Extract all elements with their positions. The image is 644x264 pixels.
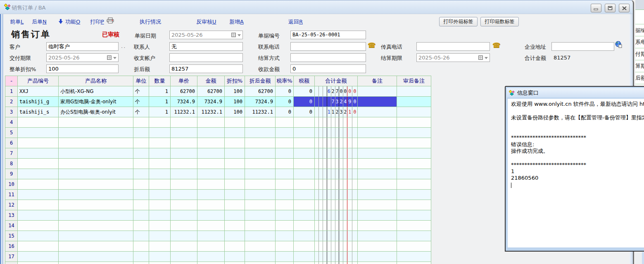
column-header-remark[interactable]: 备注 xyxy=(358,76,397,86)
column-header-tax[interactable]: 税额 xyxy=(294,76,315,86)
cell-total[interactable]: 1123210 xyxy=(315,107,358,117)
cell-tax[interactable] xyxy=(294,200,315,210)
cell-unit[interactable] xyxy=(133,190,149,200)
cell-total[interactable] xyxy=(315,169,358,179)
cell-name[interactable] xyxy=(59,200,133,210)
menu-item-8[interactable]: 返回R xyxy=(288,18,303,26)
cell-unit[interactable]: 个 xyxy=(133,107,149,117)
message-window-titlebar[interactable]: 信息窗口 xyxy=(507,88,644,98)
cell-amount[interactable] xyxy=(197,138,225,148)
cell-unit[interactable] xyxy=(133,231,149,241)
cell-qty[interactable]: 1 xyxy=(149,86,171,97)
cell-price[interactable] xyxy=(171,210,197,221)
cell-unit[interactable] xyxy=(133,117,149,128)
cell-tax_rate[interactable]: 0 xyxy=(276,97,294,107)
bill_date-field[interactable]: 2025-05-26 xyxy=(169,31,243,39)
cell-tax[interactable]: 0 xyxy=(294,107,315,117)
cell-name[interactable] xyxy=(59,210,133,221)
menu-item-3[interactable]: 功能O xyxy=(59,18,80,26)
cell-audit_remark[interactable] xyxy=(397,97,431,107)
cell-price[interactable] xyxy=(171,128,197,138)
cell-tax[interactable] xyxy=(294,231,315,241)
cell-price[interactable]: 7324.9 xyxy=(171,97,197,107)
column-header-unit[interactable]: 单位 xyxy=(133,76,149,86)
cell-total[interactable] xyxy=(315,252,358,262)
cell-discount[interactable] xyxy=(225,252,245,262)
cell-discount[interactable] xyxy=(225,241,245,252)
cell-discount[interactable]: 100 xyxy=(225,107,245,117)
cell-discount[interactable] xyxy=(225,179,245,190)
cell-qty[interactable]: 1 xyxy=(149,97,171,107)
cell-no[interactable]: 3 xyxy=(5,107,18,117)
cell-qty[interactable] xyxy=(149,241,171,252)
cell-discount[interactable] xyxy=(225,262,245,264)
cell-discount[interactable] xyxy=(225,148,245,159)
cell-unit[interactable] xyxy=(133,148,149,159)
customer-field[interactable]: 临时客户 xyxy=(46,42,119,51)
cell-amount[interactable] xyxy=(197,262,225,264)
cell-tax[interactable]: 0 xyxy=(294,86,315,97)
cell-total[interactable] xyxy=(315,241,358,252)
discount_pct-field[interactable]: 100 xyxy=(46,64,119,73)
account-field[interactable] xyxy=(169,53,243,62)
cell-price[interactable] xyxy=(171,241,197,252)
cell-discounted[interactable]: 62700 xyxy=(245,86,276,97)
cell-no[interactable]: 1 xyxy=(5,86,18,97)
cell-price[interactable] xyxy=(171,190,197,200)
print-box-count-label-button[interactable]: 打印箱数标签 xyxy=(480,17,519,26)
cell-qty[interactable] xyxy=(149,252,171,262)
cell-code[interactable] xyxy=(18,148,59,159)
cell-audit_remark[interactable] xyxy=(397,107,431,117)
cell-price[interactable] xyxy=(171,179,197,190)
cell-discounted[interactable] xyxy=(245,231,276,241)
cell-no[interactable]: 15 xyxy=(5,231,18,241)
cell-discounted[interactable] xyxy=(245,148,276,159)
cell-discounted[interactable] xyxy=(245,138,276,148)
cell-discounted[interactable] xyxy=(245,262,276,264)
cell-amount[interactable] xyxy=(197,117,225,128)
received_amount-field[interactable]: 0 xyxy=(290,64,366,73)
calendar-icon[interactable] xyxy=(107,55,112,60)
cell-total[interactable] xyxy=(315,148,358,159)
doc_no-field[interactable]: BA-25-05-26-0001 xyxy=(290,31,366,39)
cell-total[interactable]: 6270000 xyxy=(315,86,358,97)
cell-discount[interactable]: 100 xyxy=(225,86,245,97)
cell-name[interactable] xyxy=(59,138,133,148)
cell-tax_rate[interactable] xyxy=(276,148,294,159)
cell-remark[interactable] xyxy=(358,138,397,148)
cell-unit[interactable] xyxy=(133,169,149,179)
cell-discounted[interactable] xyxy=(245,252,276,262)
cell-unit[interactable] xyxy=(133,252,149,262)
cell-remark[interactable] xyxy=(358,241,397,252)
cell-price[interactable] xyxy=(171,169,197,179)
menu-item-1[interactable]: 前单L xyxy=(10,18,24,26)
menu-item-4[interactable]: 打印P xyxy=(90,18,104,26)
cell-unit[interactable] xyxy=(133,210,149,221)
cell-code[interactable] xyxy=(18,241,59,252)
cell-qty[interactable] xyxy=(149,138,171,148)
cell-price[interactable] xyxy=(171,262,197,264)
cell-discount[interactable] xyxy=(225,169,245,179)
cell-name[interactable]: 小型机-XG-NG xyxy=(59,86,133,97)
cell-unit[interactable]: 个 xyxy=(133,97,149,107)
cell-tax[interactable] xyxy=(294,117,315,128)
cell-qty[interactable] xyxy=(149,128,171,138)
cell-no[interactable]: 5 xyxy=(5,128,18,138)
cell-qty[interactable] xyxy=(149,231,171,241)
fax-field[interactable] xyxy=(416,42,490,51)
cell-price[interactable] xyxy=(171,231,197,241)
cell-remark[interactable] xyxy=(358,252,397,262)
cell-no[interactable]: 16 xyxy=(5,241,18,252)
cell-code[interactable] xyxy=(18,169,59,179)
minimize-button[interactable] xyxy=(591,4,601,12)
column-header-total[interactable]: 合计金额 xyxy=(315,76,358,86)
cell-unit[interactable] xyxy=(133,159,149,169)
column-header-qty[interactable]: 数量 xyxy=(149,76,171,86)
cell-no[interactable]: 17 xyxy=(5,252,18,262)
cell-qty[interactable] xyxy=(149,148,171,159)
cell-tax_rate[interactable] xyxy=(276,262,294,264)
cell-tax[interactable] xyxy=(294,262,315,264)
dropdown-arrow-icon[interactable] xyxy=(113,57,116,61)
cell-amount[interactable] xyxy=(197,190,225,200)
cell-qty[interactable] xyxy=(149,169,171,179)
